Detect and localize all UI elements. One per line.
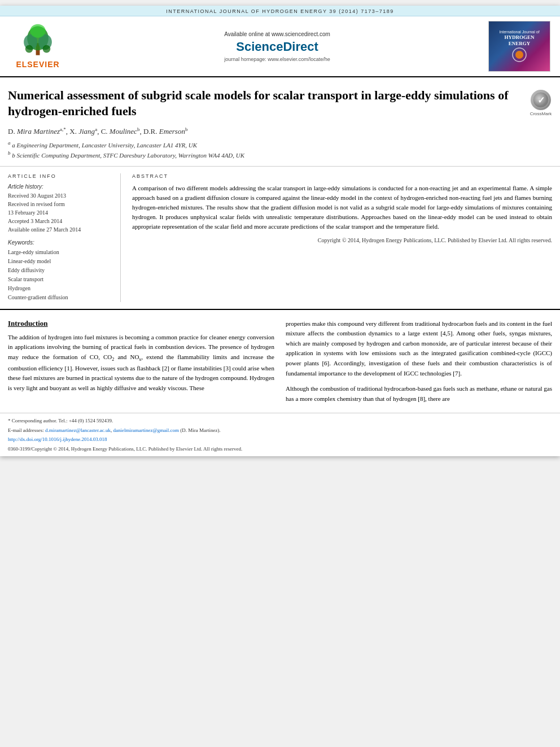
footer-corresponding: * Corresponding author. Tel.: +44 (0) 15… [8,417,552,425]
email2-link[interactable]: danielmiramartinez@gmail.com [113,427,179,433]
crossmark-svg: ✓ [532,91,549,108]
affiliations: a a Engineering Department, Lancaster Un… [8,139,524,160]
header-center: Available online at www.sciencedirect.co… [76,21,479,72]
svg-point-6 [43,45,51,53]
svg-text:✓: ✓ [537,95,545,105]
keyword-4: Scalar transport [8,275,112,284]
right-col-para2: Although the combustion of traditional h… [286,384,552,404]
keyword-6: Counter-gradient diffusion [8,293,112,302]
nox-sub: x [139,357,141,362]
footer-copyright: 0360-3199/Copyright © 2014, Hydrogen Ene… [8,445,552,453]
abstract-col: Abstract A comparison of two different m… [132,173,552,302]
body-right-col: properties make this compound very diffe… [286,319,552,404]
elsevier-logo-area: ELSEVIER [7,21,69,72]
elsevier-tree-icon [15,24,60,58]
author3-sup: b [137,126,140,132]
cover-title-line2: ENERGY [509,41,531,46]
journal-cover-text: International Journal of [499,29,539,34]
svg-point-5 [25,45,33,53]
body-left-col: Introduction The addition of hydrogen in… [8,319,274,404]
abstract-paragraph: A comparison of two different models add… [132,184,552,231]
cover-graphic [505,46,533,63]
footer: * Corresponding author. Tel.: +44 (0) 15… [0,413,560,456]
journal-homepage: journal homepage: www.elsevier.com/locat… [224,56,330,62]
direct-text: Direct [283,40,318,54]
crossmark-label: CrossMark [530,111,552,116]
email-label: E-mail addresses: [8,427,44,433]
journal-bar-text: International Journal of Hydrogen Energy… [166,8,394,14]
introduction-title: Introduction [8,319,274,328]
received-date: Received 30 August 2013 [8,191,112,200]
paper-title: Numerical assessment of subgrid scale mo… [8,88,524,119]
body-section: Introduction The addition of hydrogen in… [0,310,560,413]
keyword-3: Eddy diffusivity [8,266,112,275]
affiliation-a: a a Engineering Department, Lancaster Un… [8,139,524,150]
keyword-1: Large-eddy simulation [8,248,112,257]
email1-link[interactable]: d.miramartinez@lancaster.ac.uk [45,427,111,433]
footer-email: E-mail addresses: d.miramartinez@lancast… [8,426,552,434]
author2-sup: a [95,126,97,132]
affil-b-sup: b [8,150,11,156]
revised-date: 13 February 2014 [8,208,112,217]
science-text: Science [236,40,283,54]
author2-name: Jiang [78,127,95,136]
journal-cover-title: HYDROGEN ENERGY [504,34,534,47]
elsevier-label: ELSEVIER [15,60,60,69]
abstract-text: A comparison of two different models add… [132,184,552,231]
introduction-para1: The addition of hydrogen into fuel mixtu… [8,333,274,394]
crossmark-area[interactable]: ✓ CrossMark [530,90,552,116]
journal-cover-area: International Journal of HYDROGEN ENERGY [485,21,553,72]
crossmark-icon[interactable]: ✓ [531,90,551,110]
abstract-heading: Abstract [132,173,552,179]
sciencedirect-brand: ScienceDirect [236,40,318,54]
available-online: Available online at www.sciencedirect.co… [224,31,330,37]
article-info-heading: Article info [8,173,112,179]
affiliation-b: b b Scientific Computing Department, STF… [8,150,524,160]
article-history-group: Article history: Received 30 August 2013… [8,184,112,234]
svg-point-8 [515,51,523,59]
title-section: Numerical assessment of subgrid scale mo… [0,77,560,167]
title-content: Numerical assessment of subgrid scale mo… [8,88,524,160]
header: ELSEVIER Available online at www.science… [0,16,560,77]
received-revised-label: Received in revised form [8,200,112,208]
article-info: Article info Article history: Received 3… [8,173,121,302]
elsevier-logo: ELSEVIER [15,24,60,69]
author4-name: Emerson [159,127,185,136]
author3-name: Moulinec [110,127,137,136]
email-name: (D. Mira Martinez). [180,427,220,433]
article-abstract-section: Article info Article history: Received 3… [0,167,560,310]
doi-link[interactable]: http://dx.doi.org/10.1016/j.ijhydene.201… [8,436,107,442]
author1-name: Mira Martinez [17,127,60,136]
co2-sub: 2 [112,357,114,362]
affil-a-sup: a [8,140,11,146]
keywords-label: Keywords: [8,239,112,246]
journal-bar: International Journal of Hydrogen Energy… [0,6,560,16]
svg-point-4 [30,24,45,38]
keywords-section: Keywords: Large-eddy simulation Linear-e… [8,239,112,302]
authors: D. Mira Martineza,*, X. Jianga, C. Mouli… [8,126,524,136]
keyword-2: Linear-eddy model [8,257,112,266]
history-label: Article history: [8,184,112,190]
keyword-5: Hydrogen [8,284,112,293]
corresponding-label: * Corresponding author. Tel.: +44 (0) 15… [8,418,113,423]
author1-sup: a,* [60,126,66,132]
journal-cover: International Journal of HYDROGEN ENERGY [488,21,550,72]
available-date: Available online 27 March 2014 [8,225,112,234]
right-col-para1: properties make this compound very diffe… [286,319,552,379]
page: International Journal of Hydrogen Energy… [0,6,560,456]
cover-title-line1: HYDROGEN [504,34,534,40]
footer-doi: http://dx.doi.org/10.1016/j.ijhydene.201… [8,435,552,443]
abstract-copyright: Copyright © 2014, Hydrogen Energy Public… [132,236,552,244]
accepted-date: Accepted 3 March 2014 [8,217,112,225]
author4-sup: b [185,126,188,132]
